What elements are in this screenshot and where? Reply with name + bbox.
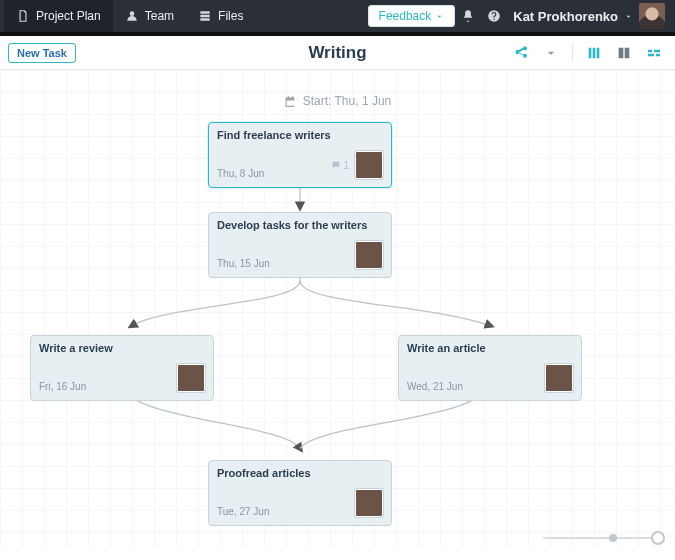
nav-label: Project Plan (36, 9, 101, 23)
chevron-down-icon (543, 45, 559, 61)
task-comments[interactable]: 1 (331, 160, 349, 171)
timeline-icon (646, 45, 662, 61)
task-card-write-review[interactable]: Write a review Fri, 16 Jun (30, 335, 214, 401)
new-task-button[interactable]: New Task (8, 43, 76, 63)
task-card-find-writers[interactable]: Find freelance writers Thu, 8 Jun 1 (208, 122, 392, 188)
task-date: Fri, 16 Jun (39, 381, 86, 392)
task-title: Proofread articles (217, 467, 383, 479)
files-icon (198, 9, 212, 23)
nav-label: Files (218, 9, 243, 23)
user-avatar (639, 3, 665, 29)
doc-icon (16, 9, 30, 23)
task-card-develop-tasks[interactable]: Develop tasks for the writers Thu, 15 Ju… (208, 212, 392, 278)
start-label: Start: Thu, 1 Jun (303, 94, 392, 108)
nav-label: Team (145, 9, 174, 23)
share-button[interactable] (508, 42, 534, 64)
task-date: Thu, 15 Jun (217, 258, 270, 269)
task-title: Write a review (39, 342, 205, 354)
share-icon (513, 45, 529, 61)
view-timeline-button[interactable] (641, 42, 667, 64)
nav-team[interactable]: Team (113, 0, 186, 32)
nav-files[interactable]: Files (186, 0, 255, 32)
bell-icon (461, 9, 475, 23)
calendar-icon (284, 95, 297, 108)
share-options[interactable] (538, 42, 564, 64)
task-date: Tue, 27 Jun (217, 506, 269, 517)
chevron-down-icon (624, 12, 633, 21)
sub-header: New Task Writing (0, 36, 675, 70)
task-avatar (177, 364, 205, 392)
task-title: Write an article (407, 342, 573, 354)
task-date: Wed, 21 Jun (407, 381, 463, 392)
task-avatar (355, 151, 383, 179)
task-comment-count: 1 (343, 160, 349, 171)
task-title: Develop tasks for the writers (217, 219, 383, 231)
feedback-button[interactable]: Feedback (368, 5, 456, 27)
notifications-button[interactable] (455, 0, 481, 32)
task-avatar (545, 364, 573, 392)
task-title: Find freelance writers (217, 129, 383, 141)
nav-project-plan[interactable]: Project Plan (4, 0, 113, 32)
columns-icon (586, 45, 602, 61)
zoom-slider[interactable] (543, 532, 663, 544)
separator (572, 44, 573, 62)
comment-icon (331, 160, 341, 170)
project-canvas[interactable]: Start: Thu, 1 Jun Find freelance writers… (0, 70, 675, 548)
task-avatar (355, 241, 383, 269)
task-card-write-article[interactable]: Write an article Wed, 21 Jun (398, 335, 582, 401)
help-button[interactable] (481, 0, 507, 32)
task-date: Thu, 8 Jun (217, 168, 264, 179)
start-marker: Start: Thu, 1 Jun (0, 94, 675, 108)
view-columns-button[interactable] (581, 42, 607, 64)
board-icon (616, 45, 632, 61)
chevron-down-icon (435, 12, 444, 21)
view-board-button[interactable] (611, 42, 637, 64)
user-menu[interactable]: Kat Prokhorenko (507, 3, 671, 29)
top-bar: Project Plan Team Files Feedback Kat Pro… (0, 0, 675, 32)
task-avatar (355, 489, 383, 517)
user-name: Kat Prokhorenko (513, 9, 618, 24)
help-icon (487, 9, 501, 23)
feedback-label: Feedback (379, 9, 432, 23)
task-card-proofread[interactable]: Proofread articles Tue, 27 Jun (208, 460, 392, 526)
team-icon (125, 9, 139, 23)
